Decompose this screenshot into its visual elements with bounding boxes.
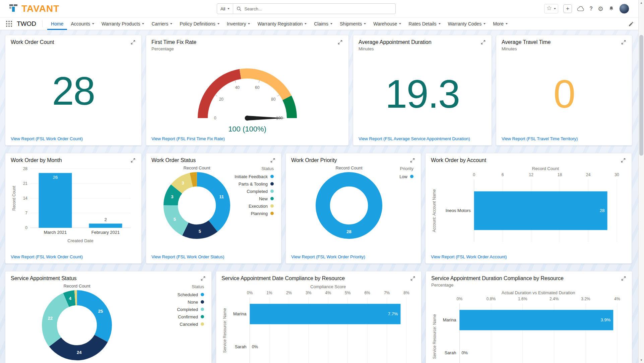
svg-text:Service Resource: Name: Service Resource: Name bbox=[222, 308, 227, 353]
tab-more[interactable]: More bbox=[489, 18, 511, 30]
expand-icon[interactable] bbox=[270, 157, 276, 163]
chevron-down-icon bbox=[364, 23, 366, 24]
dashboard-body: Work Order Count 28 View Report (FSL Wor… bbox=[0, 30, 644, 363]
salesforce-dashboard-page: TAVANT All + ? ⚙ bbox=[0, 0, 644, 363]
tab-shipments[interactable]: Shipments bbox=[336, 18, 370, 30]
tab-policy-definitions[interactable]: Policy Definitions bbox=[176, 18, 223, 30]
view-report-link[interactable]: View Report (FSL Work Order Account) bbox=[431, 254, 626, 259]
svg-text:12: 12 bbox=[529, 172, 534, 177]
tab-rates-details[interactable]: Rates Details bbox=[405, 18, 444, 30]
svg-text:0%: 0% bbox=[457, 297, 463, 301]
expand-icon[interactable] bbox=[337, 39, 343, 45]
dashboard-row-3: Service Appointment Status Record Count … bbox=[5, 271, 644, 363]
tab-warranty-codes[interactable]: Warranty Codes bbox=[444, 18, 490, 30]
expand-icon[interactable] bbox=[621, 275, 627, 281]
expand-icon[interactable] bbox=[409, 157, 415, 163]
svg-text:Ineos Motors: Ineos Motors bbox=[446, 208, 471, 213]
expand-icon[interactable] bbox=[410, 275, 416, 281]
legend-item: Confirmed bbox=[178, 313, 204, 320]
help-icon[interactable]: ? bbox=[589, 6, 593, 12]
legend-item: Canceled bbox=[180, 320, 204, 328]
expand-icon[interactable] bbox=[480, 39, 486, 45]
svg-text:4%: 4% bbox=[325, 291, 331, 295]
card-title: Work Order by Month bbox=[11, 157, 62, 163]
global-actions-plus-icon[interactable]: + bbox=[563, 4, 572, 13]
svg-text:3%: 3% bbox=[306, 291, 312, 295]
tab-warranty-products[interactable]: Warranty Products bbox=[98, 18, 148, 30]
svg-text:Record Count: Record Count bbox=[12, 186, 16, 211]
legend-item: Scheduled bbox=[178, 291, 204, 298]
legend-title: Status bbox=[261, 166, 274, 171]
expand-icon[interactable] bbox=[200, 275, 206, 281]
legend-color-dot bbox=[270, 212, 274, 215]
svg-text:40: 40 bbox=[235, 85, 240, 90]
svg-text:0%: 0% bbox=[252, 344, 258, 349]
expand-icon[interactable] bbox=[130, 157, 136, 163]
search-icon bbox=[237, 6, 242, 11]
svg-text:24: 24 bbox=[77, 350, 82, 355]
edit-page-pencil-icon[interactable] bbox=[628, 18, 634, 30]
tab-warranty-registration[interactable]: Warranty Registration bbox=[254, 18, 310, 30]
scroll-down-arrow[interactable]: ▼ bbox=[639, 357, 644, 363]
search-scope-selector[interactable]: All bbox=[217, 4, 233, 14]
svg-text:20: 20 bbox=[219, 97, 224, 102]
svg-text:7.7%: 7.7% bbox=[388, 311, 398, 316]
svg-text:2: 2 bbox=[104, 217, 107, 222]
view-report-link[interactable]: View Report (FSL Work Order Priority) bbox=[291, 254, 415, 259]
view-report-link[interactable]: View Report (FSL Work Order Count) bbox=[11, 136, 136, 141]
legend-color-dot bbox=[270, 204, 274, 208]
legend-item: New bbox=[259, 195, 274, 202]
legend-item: Completed bbox=[247, 188, 274, 195]
tab-claims[interactable]: Claims bbox=[310, 18, 336, 30]
view-report-link[interactable]: View Report (FSL Travel Time Territory) bbox=[502, 136, 627, 141]
tab-home[interactable]: Home bbox=[47, 18, 67, 30]
svg-text:2%: 2% bbox=[286, 291, 292, 295]
bar-chart: 0714212826March 20212February 2021Record… bbox=[11, 165, 136, 245]
expand-icon[interactable] bbox=[621, 39, 627, 45]
svg-text:7: 7 bbox=[25, 211, 27, 215]
card-title: Service Appointment Date Compliance by R… bbox=[221, 275, 345, 281]
view-report-link[interactable]: View Report (FSL Work Order Count) bbox=[11, 254, 136, 259]
app-launcher-waffle-icon[interactable] bbox=[5, 18, 13, 30]
svg-text:4: 4 bbox=[69, 296, 72, 301]
card-subtitle: Minutes bbox=[359, 46, 432, 51]
horizontal-bar-chart: Actual Duration vs Estimated Duration0%0… bbox=[431, 290, 627, 363]
svg-text:3: 3 bbox=[171, 194, 173, 199]
card-title: Work Order Priority bbox=[291, 157, 337, 163]
tab-inventory[interactable]: Inventory bbox=[223, 18, 254, 30]
card-work-order-status: Work Order Status Record Count 115533 St… bbox=[146, 153, 281, 264]
tab-accounts[interactable]: Accounts bbox=[67, 18, 98, 30]
gauge-value-label: 100 (100%) bbox=[151, 125, 343, 134]
tab-warehouse[interactable]: Warehouse bbox=[370, 18, 405, 30]
user-avatar[interactable] bbox=[619, 4, 629, 14]
search-input[interactable] bbox=[244, 6, 395, 11]
view-report-link[interactable]: View Report (FSL Average Service Appoint… bbox=[359, 136, 486, 141]
view-report-link[interactable]: View Report (FSL Work Order Status) bbox=[151, 254, 276, 259]
legend-item: Parts & Tooling bbox=[239, 180, 274, 188]
notifications-bell-icon[interactable] bbox=[608, 6, 614, 12]
svg-text:6%: 6% bbox=[364, 291, 370, 295]
scroll-up-arrow[interactable]: ▲ bbox=[639, 0, 644, 6]
tab-carriers[interactable]: Carriers bbox=[148, 18, 176, 30]
card-title: Work Order by Account bbox=[431, 157, 486, 163]
svg-text:February 2021: February 2021 bbox=[91, 230, 120, 235]
view-report-link[interactable]: View Report (FSL First Time Fix Rate) bbox=[151, 136, 343, 141]
donut-chart: 115533 bbox=[163, 171, 231, 240]
legend-item: Low bbox=[399, 173, 413, 180]
cloud-icon[interactable] bbox=[577, 6, 584, 11]
favorites-control[interactable] bbox=[544, 4, 558, 13]
expand-icon[interactable] bbox=[620, 157, 626, 163]
legend-color-dot bbox=[270, 182, 274, 186]
scrollbar-thumb[interactable] bbox=[639, 35, 643, 156]
app-nav-bar: TWOD HomeAccountsWarranty ProductsCarrie… bbox=[0, 17, 644, 30]
legend-item: Execution bbox=[249, 202, 274, 210]
card-work-order-count: Work Order Count 28 View Report (FSL Wor… bbox=[5, 35, 142, 146]
expand-icon[interactable] bbox=[130, 39, 136, 45]
legend-item: None bbox=[188, 298, 204, 306]
donut-caption: Record Count bbox=[183, 165, 210, 170]
setup-gear-icon[interactable]: ⚙ bbox=[598, 6, 603, 12]
card-sa-duration-compliance: Service Appointment Duration Compliance … bbox=[426, 271, 632, 363]
legend-title: Priority bbox=[400, 166, 413, 171]
svg-text:21: 21 bbox=[23, 181, 28, 186]
card-service-appointment-status: Service Appointment Status Record Count … bbox=[5, 271, 212, 363]
